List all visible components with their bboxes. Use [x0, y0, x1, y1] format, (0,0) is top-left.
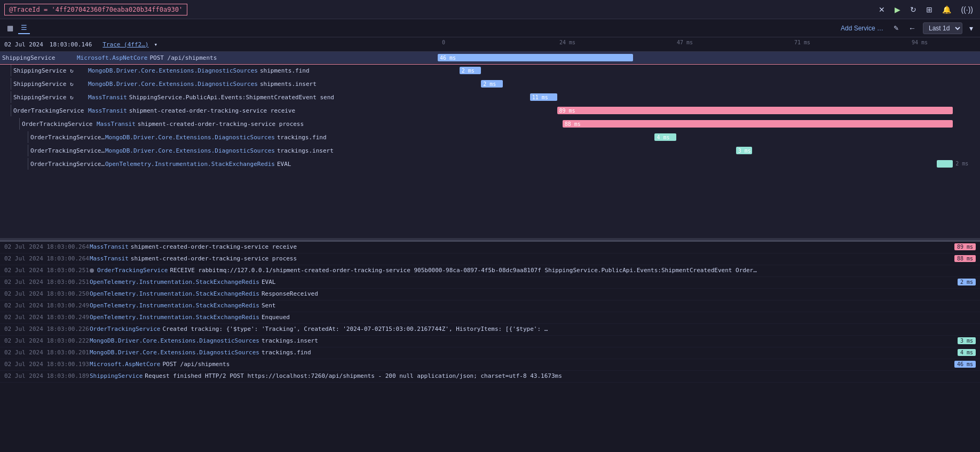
trace-row[interactable]: ShippingService ↻MongoDB.Driver.Core.Ext… — [0, 64, 980, 77]
marker-71: 71 ms — [794, 39, 810, 45]
log-service: OpenTelemetry.Instrumentation.StackExcha… — [90, 314, 259, 321]
trace-dropdown-icon[interactable]: ▾ — [154, 41, 157, 48]
trace-row[interactable]: OrderTrackingService…OpenTelemetry.Instr… — [0, 157, 980, 171]
span-bar: 3 ms — [736, 147, 752, 154]
span-library: MassTransit — [97, 121, 136, 128]
nav-back-button[interactable]: ← — [906, 23, 919, 34]
log-timestamp: 02 Jul 2024 18:03:00.193 — [4, 361, 90, 368]
span-timeline: 2 ms — [438, 65, 980, 76]
cast-button[interactable]: ((·)) — [958, 4, 976, 15]
edit-button[interactable]: ✎ — [891, 23, 902, 34]
play-button[interactable]: ▶ — [892, 4, 903, 15]
span-bar: 89 ms — [557, 107, 953, 114]
log-content: MongoDB.Driver.Core.Extensions.Diagnosti… — [90, 349, 953, 356]
trace-rows: ShippingServiceMicrosoft.AspNetCore POST… — [0, 52, 980, 238]
trace-row[interactable]: OrderTrackingService…MongoDB.Driver.Core… — [0, 131, 980, 144]
log-dot — [90, 268, 94, 273]
log-content: OpenTelemetry.Instrumentation.StackExcha… — [90, 302, 976, 309]
log-content: MongoDB.Driver.Core.Extensions.Diagnosti… — [90, 337, 953, 344]
log-timestamp: 02 Jul 2024 18:03:00.264 — [4, 255, 90, 262]
log-content: MassTransitshipment-created-order-tracki… — [90, 255, 950, 262]
log-row[interactable]: 02 Jul 2024 18:03:00.264MassTransitshipm… — [0, 242, 980, 253]
log-panel: 02 Jul 2024 18:03:00.264MassTransitshipm… — [0, 242, 980, 452]
refresh-button[interactable]: ↻ — [907, 4, 919, 15]
bell-button[interactable]: 🔔 — [939, 4, 954, 15]
span-service: OrderTrackingService… — [30, 147, 105, 154]
log-row[interactable]: 02 Jul 2024 18:03:00.226OrderTrackingSer… — [0, 324, 980, 336]
log-content: MassTransitshipment-created-order-tracki… — [90, 243, 950, 250]
span-timeline: 3 ms — [438, 145, 980, 156]
log-row[interactable]: 02 Jul 2024 18:03:00.251OrderTrackingSer… — [0, 265, 980, 277]
log-message: Created tracking: {'$type': 'Tracking', … — [162, 326, 548, 332]
log-timestamp: 02 Jul 2024 18:03:00.201 — [4, 349, 90, 356]
span-service: ShippingService ↻ — [13, 67, 88, 74]
add-service-button[interactable]: Add Service … — [837, 23, 887, 34]
log-timestamp: 02 Jul 2024 18:03:00.264 — [4, 243, 90, 250]
log-message: shipment-created-order-tracking-service … — [131, 243, 297, 250]
log-service: MongoDB.Driver.Core.Extensions.Diagnosti… — [90, 349, 259, 356]
span-bar — [937, 160, 953, 168]
marker-94: 94 ms — [912, 39, 928, 45]
span-service: ShippingService ↻ — [13, 94, 88, 101]
span-operation: trackings.find — [277, 134, 327, 141]
time-range-select[interactable]: Last 1d — [923, 22, 962, 34]
span-library: MassTransit — [88, 107, 127, 114]
log-row[interactable]: 02 Jul 2024 18:03:00.250OpenTelemetry.In… — [0, 289, 980, 300]
trace-row[interactable]: OrderTrackingServiceMassTransit shipment… — [0, 104, 980, 117]
log-row[interactable]: 02 Jul 2024 18:03:00.201MongoDB.Driver.C… — [0, 347, 980, 359]
nav-forward-button[interactable]: ▾ — [967, 23, 976, 34]
span-bar: 2 ms — [481, 80, 503, 88]
span-label: 2 ms — [955, 161, 968, 166]
trace-header-left: 02 Jul 2024 18:03:00.146 Trace (4ff2…) ▾ — [4, 41, 442, 48]
close-button[interactable]: ✕ — [876, 4, 888, 15]
span-library: MongoDB.Driver.Core.Extensions.Diagnosti… — [88, 81, 258, 88]
log-row[interactable]: 02 Jul 2024 18:03:00.193Microsoft.AspNet… — [0, 359, 980, 371]
span-operation: shipment-created-order-tracking-service … — [129, 107, 295, 114]
log-content: OpenTelemetry.Instrumentation.StackExcha… — [90, 314, 976, 321]
log-timestamp: 02 Jul 2024 18:03:00.189 — [4, 372, 90, 379]
span-service: OrderTrackingService… — [30, 134, 105, 141]
trace-row[interactable]: ShippingService ↻MongoDB.Driver.Core.Ext… — [0, 77, 980, 91]
span-library: MongoDB.Driver.Core.Extensions.Diagnosti… — [88, 67, 258, 74]
log-timestamp: 02 Jul 2024 18:03:00.226 — [4, 326, 90, 332]
log-row[interactable]: 02 Jul 2024 18:03:00.249OpenTelemetry.In… — [0, 312, 980, 324]
span-library: MassTransit — [88, 94, 127, 101]
trace-row[interactable]: OrderTrackingServiceMassTransit shipment… — [0, 117, 980, 131]
span-timeline: 46 ms — [438, 52, 980, 64]
span-operation: shipments.find — [260, 67, 310, 74]
log-row[interactable]: 02 Jul 2024 18:03:00.189ShippingServiceR… — [0, 371, 980, 383]
trace-time: 18:03:00.146 — [50, 41, 92, 48]
top-bar: @TraceId = '4ff207042360f70eaba020b34ff0… — [0, 0, 980, 19]
span-timeline: 89 ms — [438, 105, 980, 116]
log-row[interactable]: 02 Jul 2024 18:03:00.222MongoDB.Driver.C… — [0, 336, 980, 347]
log-service: OpenTelemetry.Instrumentation.StackExcha… — [90, 290, 259, 297]
span-timeline: 4 ms — [438, 131, 980, 143]
log-row[interactable]: 02 Jul 2024 18:03:00.264MassTransitshipm… — [0, 253, 980, 265]
bar-chart-button[interactable]: ▦ — [4, 22, 16, 34]
log-service: MongoDB.Driver.Core.Extensions.Diagnosti… — [90, 337, 259, 344]
trace-row[interactable]: OrderTrackingService…MongoDB.Driver.Core… — [0, 144, 980, 157]
log-service: MassTransit — [90, 255, 129, 262]
log-row[interactable]: 02 Jul 2024 18:03:00.249OpenTelemetry.In… — [0, 300, 980, 312]
log-message: shipment-created-order-tracking-service … — [131, 255, 297, 262]
log-timestamp: 02 Jul 2024 18:03:00.251 — [4, 279, 90, 286]
span-library: OpenTelemetry.Instrumentation.StackExcha… — [105, 161, 275, 168]
span-bar: 2 ms — [460, 67, 481, 74]
marker-24: 24 ms — [559, 39, 575, 45]
trace-link[interactable]: Trace (4ff2…) — [102, 41, 148, 48]
grid-button[interactable]: ⊞ — [923, 4, 935, 15]
log-row[interactable]: 02 Jul 2024 18:03:00.251OpenTelemetry.In… — [0, 277, 980, 289]
log-timestamp: 02 Jul 2024 18:03:00.251 — [4, 267, 90, 274]
list-button[interactable]: ☰ — [18, 22, 30, 34]
log-service: MassTransit — [90, 243, 129, 250]
toolbar: ▦ ☰ Add Service … ✎ ← Last 1d ▾ — [0, 19, 980, 37]
trace-row[interactable]: ShippingService ↻MassTransit ShippingSer… — [0, 91, 980, 104]
trace-row[interactable]: ShippingServiceMicrosoft.AspNetCore POST… — [0, 52, 980, 64]
span-timeline: 2 ms — [438, 158, 980, 170]
span-service: OrderTrackingService… — [30, 161, 105, 168]
span-operation: shipments.insert — [260, 81, 317, 88]
span-timeline: 88 ms — [438, 118, 980, 130]
log-timestamp: 02 Jul 2024 18:03:00.249 — [4, 302, 90, 309]
log-duration-badge: 3 ms — [958, 337, 976, 344]
log-message: trackings.insert — [262, 337, 318, 344]
